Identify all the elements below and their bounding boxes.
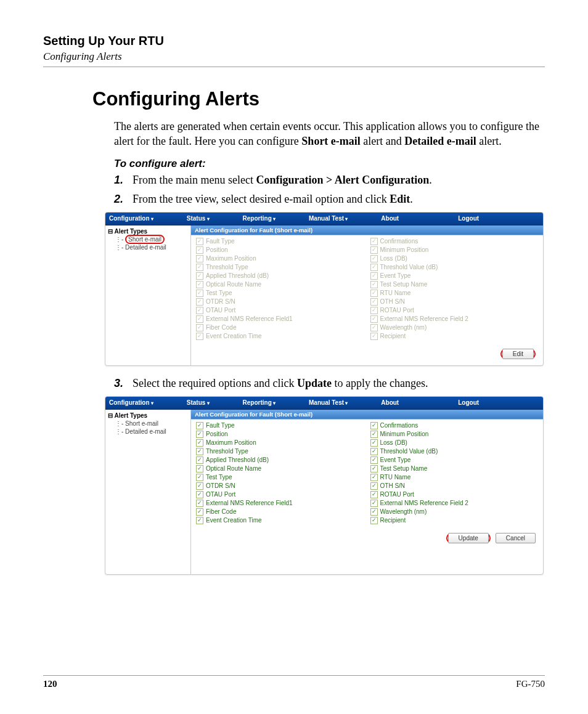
checkbox-icon[interactable]: ✓ (196, 448, 203, 455)
checkbox-icon[interactable]: ✓ (370, 422, 378, 429)
cb-optical-route[interactable]: ✓Optical Route Name (196, 465, 364, 473)
procedure-heading: To configure alert: (114, 158, 545, 170)
menu-logout[interactable]: Logout (454, 215, 483, 222)
checkbox-icon[interactable]: ✓ (196, 465, 203, 473)
step-tail: to apply the changes. (332, 377, 428, 389)
checkbox-grid: ✓Fault Type ✓Confirmations ✓Position ✓Mi… (191, 420, 543, 528)
cb-applied-threshold[interactable]: ✓Applied Threshold (dB) (196, 456, 364, 464)
checkbox-icon[interactable]: ✓ (196, 508, 203, 516)
menu-about[interactable]: About (377, 399, 402, 406)
highlight-ring: Edit (500, 349, 536, 359)
cb-event-type[interactable]: ✓Event Type (370, 456, 539, 464)
menu-status[interactable]: Status (183, 399, 213, 406)
checkbox-icon[interactable]: ✓ (370, 431, 378, 438)
cb-fault-type[interactable]: ✓Fault Type (196, 422, 364, 429)
checkbox-icon[interactable]: ✓ (196, 431, 203, 438)
checkbox-icon[interactable]: ✓ (196, 474, 203, 481)
cb-confirmations[interactable]: ✓Confirmations (370, 422, 539, 429)
tree-item-detailed-email[interactable]: ⋮- Detailed e-mail (108, 244, 188, 251)
checkbox-icon[interactable]: ✓ (370, 482, 378, 490)
update-button[interactable]: Update (448, 533, 489, 543)
cb-label: Loss (DB) (380, 439, 407, 446)
cb-max-position[interactable]: ✓Maximum Position (196, 439, 364, 447)
cb-min-position[interactable]: ✓Minimum Position (370, 431, 539, 438)
cb-test-setup[interactable]: ✓Test Setup Name (370, 465, 539, 473)
cb-threshold-value[interactable]: ✓Threshold Value (dB) (370, 448, 539, 455)
cb-label: Position (206, 246, 228, 253)
menu-configuration[interactable]: Configuration (105, 215, 157, 222)
cb-recipient[interactable]: ✓Recipient (370, 517, 539, 524)
cb-ext-nms2: ✓External NMS Reference Field 2 (370, 315, 539, 323)
tree-item-label: Detailed e-mail (125, 428, 166, 435)
checkbox-icon: ✓ (196, 315, 203, 323)
tree-view: ⊟ Alert Types ⋮- Short e-mail ⋮- Detaile… (105, 225, 191, 365)
checkbox-icon: ✓ (370, 272, 378, 280)
cb-oth-sn[interactable]: ✓OTH S/N (370, 482, 539, 490)
step-bold: Update (297, 377, 332, 389)
tree-item-short-email[interactable]: ⋮- Short e-mail (108, 236, 188, 243)
menu-logout[interactable]: Logout (454, 399, 483, 406)
cb-otdr-sn[interactable]: ✓OTDR S/N (196, 482, 364, 490)
header-rule (43, 67, 545, 67)
menu-manual-test[interactable]: Manual Test (305, 215, 351, 222)
checkbox-icon[interactable]: ✓ (370, 465, 378, 473)
checkbox-icon[interactable]: ✓ (370, 500, 378, 507)
menu-reporting[interactable]: Reporting (239, 215, 279, 222)
cb-ext-nms1[interactable]: ✓External NMS Reference Field1 (196, 500, 364, 507)
cb-label: Fault Type (206, 422, 235, 429)
checkbox-icon[interactable]: ✓ (196, 422, 203, 429)
tree-root-alert-types[interactable]: ⊟ Alert Types (108, 228, 188, 235)
cb-threshold-type[interactable]: ✓Threshold Type (196, 448, 364, 455)
cb-ext-nms2[interactable]: ✓External NMS Reference Field 2 (370, 500, 539, 507)
checkbox-icon[interactable]: ✓ (370, 474, 378, 481)
cb-label: Event Type (380, 272, 411, 279)
checkbox-icon[interactable]: ✓ (370, 448, 378, 455)
checkbox-icon[interactable]: ✓ (196, 456, 203, 464)
edit-button[interactable]: Edit (502, 349, 534, 359)
cb-label: RTU Name (380, 474, 411, 481)
cb-rtu-name[interactable]: ✓RTU Name (370, 474, 539, 481)
cb-oth-sn: ✓OTH S/N (370, 298, 539, 306)
menu-status[interactable]: Status (183, 215, 213, 222)
checkbox-icon[interactable]: ✓ (196, 439, 203, 447)
checkbox-icon[interactable]: ✓ (370, 508, 378, 516)
checkbox-icon[interactable]: ✓ (370, 456, 378, 464)
cb-rotau-port[interactable]: ✓ROTAU Port (370, 491, 539, 498)
checkbox-icon[interactable]: ✓ (196, 517, 203, 524)
menu-configuration[interactable]: Configuration (105, 399, 157, 406)
highlight-ring: Update (446, 533, 491, 543)
menu-about[interactable]: About (377, 215, 402, 222)
doc-id: FG-750 (516, 679, 545, 689)
cb-test-type[interactable]: ✓Test Type (196, 474, 364, 481)
cb-loss-db[interactable]: ✓Loss (DB) (370, 439, 539, 447)
menu-manual-test[interactable]: Manual Test (305, 399, 351, 406)
checkbox-icon[interactable]: ✓ (196, 482, 203, 490)
cb-label: Optical Route Name (206, 281, 261, 288)
cb-label: Fiber Code (206, 324, 236, 331)
intro-text-b: alert and (361, 135, 404, 147)
cancel-button[interactable]: Cancel (496, 533, 536, 543)
checkbox-icon[interactable]: ✓ (196, 491, 203, 498)
cb-fiber-code: ✓Fiber Code (196, 324, 364, 331)
cb-wavelength[interactable]: ✓Wavelength (nm) (370, 508, 539, 516)
cb-event-creation[interactable]: ✓Event Creation Time (196, 517, 364, 524)
tree-root-alert-types[interactable]: ⊟ Alert Types (108, 412, 188, 419)
cb-label: Position (206, 431, 228, 437)
cb-label: Wavelength (nm) (380, 324, 427, 331)
checkbox-icon: ✓ (370, 264, 378, 271)
cb-fiber-code[interactable]: ✓Fiber Code (196, 508, 364, 516)
cb-position[interactable]: ✓Position (196, 431, 364, 438)
checkbox-icon[interactable]: ✓ (196, 500, 203, 507)
page-number: 120 (43, 679, 57, 689)
checkbox-icon[interactable]: ✓ (370, 439, 378, 447)
tree-item-label: Detailed e-mail (125, 244, 166, 251)
cb-otau-port[interactable]: ✓OTAU Port (196, 491, 364, 498)
tree-item-short-email[interactable]: ⋮- Short e-mail (108, 420, 188, 427)
tree-item-detailed-email[interactable]: ⋮- Detailed e-mail (108, 428, 188, 435)
step-number: 3. (114, 377, 133, 390)
menu-reporting[interactable]: Reporting (239, 399, 279, 406)
checkbox-icon[interactable]: ✓ (370, 517, 378, 524)
cb-label: External NMS Reference Field 2 (380, 315, 468, 322)
checkbox-icon[interactable]: ✓ (370, 491, 378, 498)
cb-loss-db: ✓Loss (DB) (370, 255, 539, 262)
